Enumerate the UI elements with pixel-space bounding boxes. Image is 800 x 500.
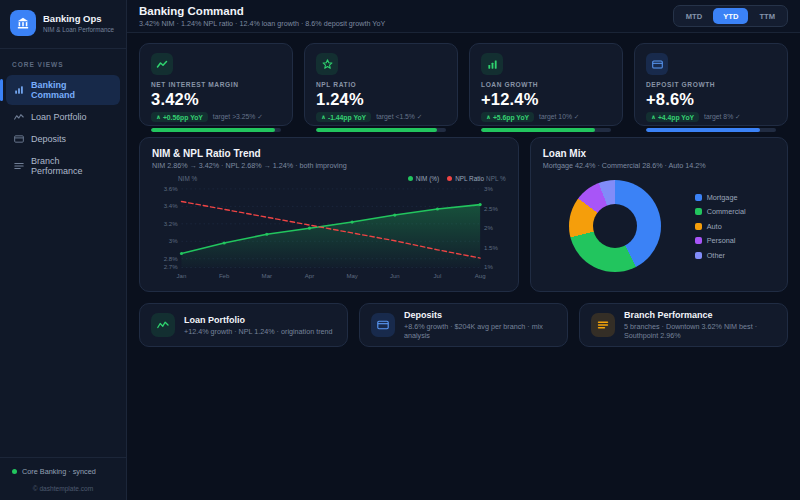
kpi-target: target 8% ✓ — [704, 113, 741, 121]
svg-text:May: May — [346, 272, 358, 279]
shortcut-subtitle: +12.4% growth · NPL 1.24% · origination … — [184, 327, 333, 336]
legend-swatch-icon — [695, 208, 702, 215]
sidebar-item-label: Banking Command — [31, 80, 112, 100]
trend-up-icon: ∧ — [321, 114, 326, 120]
shortcut-subtitle: 5 branches · Downtown 3.62% NIM best · S… — [624, 322, 776, 340]
svg-text:1.5%: 1.5% — [484, 244, 498, 251]
svg-text:3.6%: 3.6% — [164, 185, 178, 192]
kpi-label: DEPOSIT GROWTH — [646, 81, 776, 88]
shortcut-title: Deposits — [404, 310, 556, 320]
card-icon — [14, 134, 24, 144]
svg-text:3.4%: 3.4% — [164, 202, 178, 209]
sidebar-item-deposits[interactable]: Deposits — [6, 129, 120, 149]
progress-track — [316, 128, 446, 132]
svg-text:3.2%: 3.2% — [164, 220, 178, 227]
kpi-label: LOAN GROWTH — [481, 81, 611, 88]
progress-track — [151, 128, 281, 132]
legend-dot-icon — [408, 176, 413, 181]
range-ytd-button[interactable]: YTD — [713, 8, 748, 24]
trend-icon — [151, 53, 173, 75]
legend-swatch-icon — [695, 194, 702, 201]
legend-item-other: Other — [695, 251, 746, 260]
kpi-target: target 10% ✓ — [539, 113, 579, 121]
kpi-target: target >3.25% ✓ — [213, 113, 263, 121]
loan-mix-panel: Loan Mix Mortgage 42.4% · Commercial 28.… — [530, 137, 788, 292]
card-icon — [646, 53, 668, 75]
sidebar-item-label: Branch Performance — [31, 156, 112, 176]
loan-mix-legend: Mortgage Commercial Auto Personal Other — [695, 193, 746, 260]
trend-up-icon: ∧ — [651, 114, 656, 120]
kpi-card-net-interest-margin: NET INTEREST MARGIN 3.42% ∧+0.56pp YoY t… — [139, 43, 293, 126]
svg-text:2%: 2% — [484, 224, 493, 231]
sidebar-item-branch-performance[interactable]: Branch Performance — [6, 151, 120, 181]
kpi-value: +8.6% — [646, 90, 776, 109]
progress-fill — [151, 128, 275, 132]
kpi-card-loan-growth: LOAN GROWTH +12.4% ∧+5.6pp YoY target 10… — [469, 43, 623, 126]
shortcut-title: Loan Portfolio — [184, 315, 333, 325]
svg-text:3%: 3% — [484, 185, 493, 192]
svg-text:1%: 1% — [484, 263, 493, 270]
bar-chart-icon — [14, 85, 24, 95]
panel-subtitle: NIM 2.86% → 3.42% · NPL 2.68% → 1.24% · … — [152, 161, 506, 170]
brand: Banking Ops NIM & Loan Performance — [0, 0, 126, 49]
range-mtd-button[interactable]: MTD — [676, 8, 712, 24]
trend-up-icon: ∧ — [486, 114, 491, 120]
svg-text:Feb: Feb — [219, 272, 230, 279]
progress-track — [481, 128, 611, 132]
card-icon — [371, 313, 395, 337]
delta-badge: ∧+4.4pp YoY — [646, 112, 699, 122]
panel-subtitle: Mortgage 42.4% · Commercial 28.6% · Auto… — [543, 161, 775, 170]
time-range-switcher: MTD YTD TTM — [673, 5, 788, 27]
right-axis-label: NPL % — [486, 175, 506, 182]
star-icon — [316, 53, 338, 75]
list-icon — [591, 313, 615, 337]
pulse-icon — [14, 112, 24, 122]
shortcut-subtitle: +8.6% growth · $204K avg per branch · mi… — [404, 322, 556, 340]
legend-item-npl: NPL Ratio — [447, 175, 484, 182]
kpi-value: 1.24% — [316, 90, 446, 109]
bar-chart-icon — [481, 53, 503, 75]
svg-text:2.8%: 2.8% — [164, 255, 178, 262]
kpi-label: NET INTEREST MARGIN — [151, 81, 281, 88]
list-icon — [14, 161, 24, 171]
legend-item-personal: Personal — [695, 236, 746, 245]
sidebar-item-loan-portfolio[interactable]: Loan Portfolio — [6, 107, 120, 127]
svg-text:3%: 3% — [169, 237, 178, 244]
brand-subtitle: NIM & Loan Performance — [43, 26, 114, 33]
delta-badge: ∧+0.56pp YoY — [151, 112, 208, 122]
shortcut-title: Branch Performance — [624, 310, 776, 320]
range-ttm-button[interactable]: TTM — [749, 8, 785, 24]
kpi-value: 3.42% — [151, 90, 281, 109]
sidebar-footer: Core Banking · synced © dashtemplate.com — [0, 457, 126, 500]
kpi-card-deposit-growth: DEPOSIT GROWTH +8.6% ∧+4.4pp YoY target … — [634, 43, 788, 126]
page-subtitle: 3.42% NIM · 1.24% NPL ratio · 12.4% loan… — [139, 19, 385, 28]
svg-text:Aug: Aug — [475, 272, 486, 279]
shortcut-loan-portfolio[interactable]: Loan Portfolio +12.4% growth · NPL 1.24%… — [139, 303, 348, 347]
left-axis-label: NIM % — [178, 175, 197, 182]
copyright: © dashtemplate.com — [12, 485, 114, 492]
delta-badge: ∧-1.44pp YoY — [316, 112, 371, 122]
legend-item-nim: NIM (%) — [408, 175, 439, 182]
legend-item-mortgage: Mortgage — [695, 193, 746, 202]
sync-status: Core Banking · synced — [22, 467, 96, 476]
shortcut-branch-performance[interactable]: Branch Performance 5 branches · Downtown… — [579, 303, 788, 347]
kpi-card-npl-ratio: NPL RATIO 1.24% ∧-1.44pp YoY target <1.5… — [304, 43, 458, 126]
legend-item-auto: Auto — [695, 222, 746, 231]
main-area: Banking Command 3.42% NIM · 1.24% NPL ra… — [127, 0, 800, 500]
nim-npl-trend-panel: NIM & NPL Ratio Trend NIM 2.86% → 3.42% … — [139, 137, 519, 292]
kpi-value: +12.4% — [481, 90, 611, 109]
page-title: Banking Command — [139, 5, 385, 17]
shortcut-deposits[interactable]: Deposits +8.6% growth · $204K avg per br… — [359, 303, 568, 347]
trend-chart-svg: 3.6%3.4%3.2%3%2.8%2.7%3%2.5%2%1.5%1%JanF… — [152, 183, 506, 281]
legend-item-commercial: Commercial — [695, 207, 746, 216]
kpi-label: NPL RATIO — [316, 81, 446, 88]
delta-badge: ∧+5.6pp YoY — [481, 112, 534, 122]
progress-fill — [316, 128, 437, 132]
legend-swatch-icon — [695, 252, 702, 259]
sidebar-item-banking-command[interactable]: Banking Command — [6, 75, 120, 105]
loan-mix-donut — [569, 180, 661, 272]
pulse-icon — [151, 313, 175, 337]
sidebar-section-label: CORE VIEWS — [12, 61, 114, 68]
panel-title: Loan Mix — [543, 148, 775, 159]
sidebar: Banking Ops NIM & Loan Performance CORE … — [0, 0, 127, 500]
